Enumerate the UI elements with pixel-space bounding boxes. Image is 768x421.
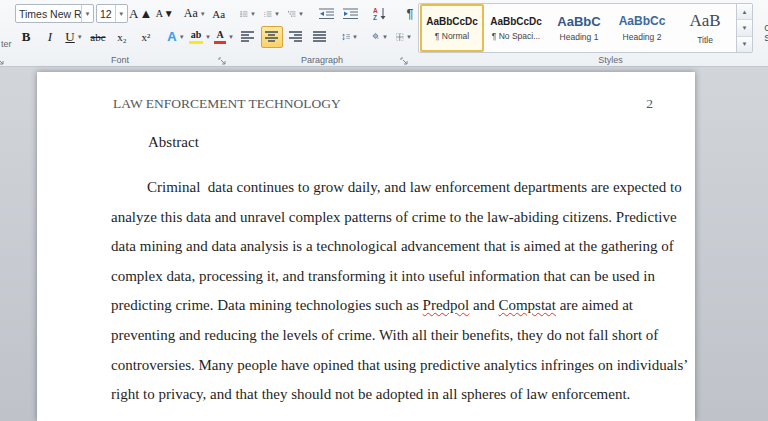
paragraph-line[interactable]: right to privacy, and that they should n… bbox=[111, 380, 656, 410]
gallery-scroll-down-icon[interactable]: ▼ bbox=[737, 20, 752, 36]
change-case-button[interactable]: Aa▼ bbox=[184, 3, 206, 25]
style-tile-title[interactable]: AaB Title bbox=[674, 5, 736, 51]
paragraph-line[interactable]: complex data, processing it, and transfo… bbox=[111, 262, 656, 292]
font-color-icon: A bbox=[214, 30, 226, 44]
numbered-list-button[interactable]: 123 ▼ bbox=[261, 3, 283, 25]
align-right-button[interactable] bbox=[285, 26, 307, 48]
text-effects-icon: A bbox=[167, 29, 176, 44]
dropdown-arrow-icon[interactable]: ▼ bbox=[274, 11, 280, 17]
running-head[interactable]: LAW ENFORCEMENT TECHNOLOGY bbox=[113, 96, 341, 112]
paragraph-line[interactable]: predicting crime. Data mining technologi… bbox=[111, 291, 656, 321]
style-tile-no-spacing[interactable]: AaBbCcDc ¶ No Spaci... bbox=[485, 5, 547, 51]
multilevel-list-button[interactable]: ▼ bbox=[285, 3, 307, 25]
increase-indent-button[interactable] bbox=[339, 3, 361, 25]
paragraph-line[interactable]: analyze this data and unravel complex pa… bbox=[111, 203, 656, 233]
paragraph-line[interactable]: data mining and data analysis is a techn… bbox=[111, 232, 656, 262]
style-tile-heading1[interactable]: AaBbC Heading 1 bbox=[548, 5, 610, 51]
dropdown-arrow-icon[interactable]: ▼ bbox=[179, 34, 185, 40]
abstract-paragraph: Criminal data continues to grow daily, a… bbox=[111, 173, 656, 410]
align-left-icon bbox=[241, 31, 255, 42]
superscript-icon: x² bbox=[142, 31, 151, 43]
sort-icon: AZ bbox=[373, 7, 387, 20]
bold-button[interactable]: B bbox=[15, 26, 37, 48]
line-spacing-button[interactable]: ▼ bbox=[339, 26, 361, 48]
bullet-list-button[interactable]: ▼ bbox=[237, 3, 259, 25]
line-text: predicting crime. Data mining technologi… bbox=[111, 297, 423, 313]
grow-font-icon: A bbox=[129, 6, 138, 22]
style-name: Title bbox=[697, 35, 713, 45]
superscript-button[interactable]: x² bbox=[135, 26, 157, 48]
grow-font-button[interactable]: A▲ bbox=[130, 3, 152, 25]
highlight-icon: ab bbox=[189, 30, 203, 44]
clear-formatting-button[interactable]: Aa bbox=[208, 3, 230, 25]
style-preview: AaBbCcDc bbox=[426, 16, 478, 28]
document-page[interactable]: LAW ENFORCEMENT TECHNOLOGY 2 Abstract Cr… bbox=[37, 72, 695, 421]
dropdown-arrow-icon[interactable]: ▼ bbox=[382, 34, 388, 40]
paragraph-group-label: Paragraph bbox=[232, 55, 412, 65]
line-text: and bbox=[469, 297, 498, 313]
styles-group-label: Styles bbox=[414, 55, 768, 65]
decrease-indent-button[interactable] bbox=[315, 3, 337, 25]
style-name: Heading 2 bbox=[623, 32, 662, 42]
clipboard-group-fragment: ter bbox=[0, 0, 8, 66]
align-left-button[interactable] bbox=[237, 26, 259, 48]
paragraph-line[interactable]: preventing and reducing the levels of cr… bbox=[111, 321, 656, 351]
style-name: ¶ Normal bbox=[435, 31, 469, 41]
justify-button[interactable] bbox=[309, 26, 331, 48]
align-center-button[interactable] bbox=[261, 26, 283, 48]
style-tile-normal[interactable]: AaBbCcDc ¶ Normal bbox=[420, 4, 484, 52]
shading-button[interactable]: ▼ bbox=[369, 26, 391, 48]
change-case-icon: Aa bbox=[184, 6, 198, 21]
bullet-list-icon bbox=[240, 8, 248, 20]
dropdown-arrow-icon[interactable]: ▼ bbox=[352, 34, 358, 40]
paragraph-group: ▼ 123 ▼ ▼ AZ ¶ bbox=[232, 0, 412, 66]
font-name-combo[interactable]: Times New Rom ▼ bbox=[15, 4, 94, 23]
svg-text:3: 3 bbox=[264, 15, 266, 18]
subscript-icon: x₂ bbox=[117, 31, 126, 43]
clipboard-dialog-launcher-icon[interactable] bbox=[0, 53, 6, 64]
borders-grid-icon bbox=[396, 31, 404, 43]
abstract-heading[interactable]: Abstract bbox=[148, 134, 199, 151]
paragraph-dialog-launcher-icon[interactable] bbox=[399, 53, 410, 64]
font-size-combo[interactable]: 12 ▼ bbox=[96, 4, 128, 23]
dropdown-arrow-icon[interactable]: ▼ bbox=[77, 34, 83, 40]
dropdown-arrow-icon[interactable]: ▼ bbox=[250, 11, 256, 17]
change-styles-label: Change Styles ▾ bbox=[764, 23, 768, 44]
dropdown-arrow-icon[interactable]: ▼ bbox=[298, 11, 304, 17]
align-center-icon bbox=[265, 31, 279, 42]
styles-group: AaBbCcDc ¶ Normal AaBbCcDc ¶ No Spaci...… bbox=[414, 0, 768, 66]
paragraph-line[interactable]: controversies. Many people have opined t… bbox=[111, 351, 656, 381]
misspelled-word[interactable]: Predpol bbox=[423, 297, 470, 313]
gallery-scroll-up-icon[interactable]: ▲ bbox=[737, 4, 752, 20]
page-number[interactable]: 2 bbox=[646, 96, 653, 112]
paragraph-line[interactable]: Criminal data continues to grow daily, a… bbox=[111, 173, 656, 203]
font-dialog-launcher-icon[interactable] bbox=[217, 53, 228, 64]
dropdown-arrow-icon[interactable]: ▼ bbox=[406, 34, 412, 40]
pilcrow-icon: ¶ bbox=[407, 6, 414, 21]
change-styles-button[interactable]: AA Change Styles ▾ bbox=[757, 2, 768, 44]
underline-button[interactable]: U▼ bbox=[63, 26, 85, 48]
subscript-button[interactable]: x₂ bbox=[111, 26, 133, 48]
font-name-dropdown-icon[interactable]: ▼ bbox=[81, 5, 93, 22]
dropdown-arrow-icon[interactable]: ▼ bbox=[205, 34, 211, 40]
shrink-font-button[interactable]: A▼ bbox=[154, 3, 176, 25]
sort-button[interactable]: AZ bbox=[369, 3, 391, 25]
text-effects-button[interactable]: A▼ bbox=[165, 26, 187, 48]
svg-text:Z: Z bbox=[373, 14, 377, 20]
gallery-more-icon[interactable]: ▼ bbox=[737, 37, 752, 52]
style-name: Heading 1 bbox=[560, 32, 599, 42]
borders-button[interactable]: ▼ bbox=[393, 26, 415, 48]
line-text: are aimed at bbox=[556, 297, 633, 313]
multilevel-list-icon bbox=[288, 8, 296, 20]
dropdown-arrow-icon: ▼ bbox=[200, 11, 206, 17]
style-tile-heading2[interactable]: AaBbCc Heading 2 bbox=[611, 5, 673, 51]
font-size-dropdown-icon[interactable]: ▼ bbox=[115, 5, 127, 22]
font-group-label: Font bbox=[10, 55, 230, 65]
strikethrough-button[interactable]: abc bbox=[87, 26, 109, 48]
misspelled-word[interactable]: Compstat bbox=[498, 297, 556, 313]
font-group: Times New Rom ▼ 12 ▼ A▲ A▼ Aa▼ Aa B I U▼… bbox=[10, 0, 230, 66]
style-preview: AaBbCc bbox=[619, 14, 666, 28]
highlight-color-button[interactable]: ab▼ bbox=[189, 26, 211, 48]
align-right-icon bbox=[289, 31, 303, 42]
italic-button[interactable]: I bbox=[39, 26, 61, 48]
